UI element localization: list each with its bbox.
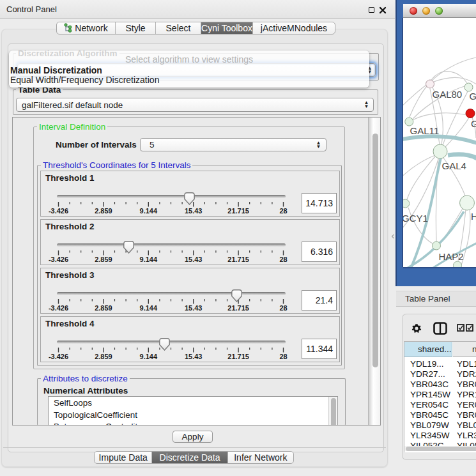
svg-text:GAL80: GAL80 — [433, 89, 463, 100]
svg-text:GAL4: GAL4 — [442, 160, 466, 171]
svg-text:GAL11: GAL11 — [410, 125, 440, 136]
svg-text:GCY1: GCY1 — [403, 213, 428, 224]
svg-text:H: H — [471, 211, 476, 222]
svg-text:G: G — [471, 118, 476, 129]
svg-text:HAP2: HAP2 — [439, 251, 464, 262]
svg-text:GA: GA — [470, 91, 476, 102]
